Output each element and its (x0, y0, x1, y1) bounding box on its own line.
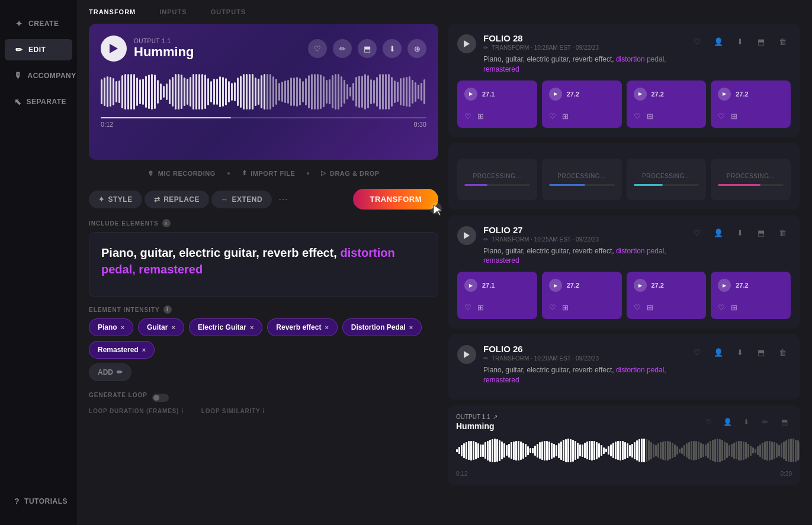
more-button[interactable]: ⊕ (407, 39, 426, 58)
tag-remove-guitar[interactable]: × (171, 324, 175, 331)
edit-button[interactable]: ✏ (333, 39, 352, 58)
output-favorite-1[interactable]: ♡ (549, 112, 556, 121)
folio-favorite-folio-26[interactable]: ♡ (689, 344, 705, 360)
tag-guitar[interactable]: Guitar× (138, 318, 184, 336)
download-button[interactable]: ⬇ (383, 39, 402, 58)
import-file-option[interactable]: ⬆ IMPORT FILE (242, 169, 296, 177)
play-icon (110, 44, 118, 53)
mini-play-sm-3[interactable]: ▶ (718, 279, 731, 292)
folio-download-folio-26[interactable]: ⬇ (731, 344, 748, 360)
folio-info: FOLIO 27 ✏ TRANSFORM · 10:25AM EST · 09/… (483, 225, 682, 266)
folio-person-folio-27[interactable]: 👤 (710, 225, 727, 241)
share-button[interactable]: ⬒ (358, 39, 377, 58)
sidebar-item-accompany[interactable]: 🎙 ACCOMPANY (5, 65, 72, 86)
mini-play-sm-2[interactable]: ▶ (634, 279, 647, 292)
folio-copy-folio-26[interactable]: ⬒ (753, 344, 769, 360)
tag-reverb-effect[interactable]: Reverb effect× (267, 318, 337, 336)
tag-label: Reverb effect (276, 323, 321, 331)
mini-play-sm-0[interactable]: ▶ (464, 88, 477, 101)
output-grid-2[interactable]: ⊞ (647, 303, 653, 312)
folio-info: FOLIO 28 ✏ TRANSFORM · 10:28AM EST · 09/… (483, 33, 682, 75)
processing-label: PROCESSING... (718, 173, 784, 179)
processing-item-1: PROCESSING... (542, 159, 622, 200)
tab-extend[interactable]: ↔ EXTEND (211, 191, 272, 208)
sidebar-item-create[interactable]: ✦ CREATE (5, 13, 72, 34)
output-favorite-0[interactable]: ♡ (464, 303, 471, 312)
output-grid-0[interactable]: ⊞ (477, 112, 484, 121)
sidebar-item-separate[interactable]: ⬉ SEPARATE (5, 91, 72, 112)
output-grid-2[interactable]: ⊞ (647, 112, 653, 121)
prompt-textarea[interactable]: Piano, guitar, electric guitar, reverb e… (89, 232, 438, 297)
np-time-current: 0:12 (456, 471, 467, 477)
np-edit[interactable]: ✏ (758, 414, 773, 430)
output-favorite-3[interactable]: ♡ (718, 303, 725, 312)
transform-button[interactable]: TRANSFORM (353, 189, 438, 210)
output-version: 27.1 (482, 282, 495, 289)
sidebar-item-edit[interactable]: ✏ EDIT (5, 39, 72, 60)
output-grid-1[interactable]: ⊞ (562, 112, 569, 121)
mini-play-sm-0[interactable]: ▶ (464, 279, 477, 292)
loop-similarity-label: LOOP SIMILARITY i (201, 408, 265, 414)
tag-electric-guitar[interactable]: Electric Guitar× (189, 318, 262, 336)
folio-download-folio-27[interactable]: ⬇ (731, 225, 748, 241)
processing-item-0: PROCESSING... (457, 159, 537, 200)
tab-replace[interactable]: ⇄ REPLACE (145, 191, 209, 208)
output-favorite-0[interactable]: ♡ (464, 112, 471, 121)
tag-remove-reverb-effect[interactable]: × (325, 324, 328, 331)
tab-style[interactable]: ✦ STYLE (89, 191, 142, 208)
output-card-header: ▶ 27.2 (718, 279, 784, 292)
favorite-button[interactable]: ♡ (308, 39, 327, 58)
np-person[interactable]: 👤 (720, 414, 735, 430)
mini-play-sm-1[interactable]: ▶ (549, 88, 562, 101)
output-grid-1[interactable]: ⊞ (562, 303, 569, 312)
tag-remastered[interactable]: Remastered× (89, 341, 155, 359)
mini-play-sm-2[interactable]: ▶ (634, 88, 647, 101)
tag-distortion-pedal[interactable]: Distortion Pedal× (342, 318, 422, 336)
mini-play-sm-3[interactable]: ▶ (718, 88, 731, 101)
tag-remove-distortion-pedal[interactable]: × (409, 324, 413, 331)
folio-delete-folio-28[interactable]: 🗑 (774, 33, 791, 50)
folio-copy-folio-27[interactable]: ⬒ (753, 225, 769, 241)
folio-delete-folio-27[interactable]: 🗑 (774, 225, 791, 241)
more-tabs-button[interactable]: ⋯ (274, 191, 292, 208)
tab-outputs[interactable]: OUTPUTS (211, 8, 246, 15)
folio-delete-folio-26[interactable]: 🗑 (774, 344, 791, 360)
mini-play-button-folio-27[interactable] (457, 226, 476, 245)
folio-download-folio-28[interactable]: ⬇ (731, 33, 748, 50)
tag-remove-electric-guitar[interactable]: × (250, 324, 253, 331)
folio-person-folio-28[interactable]: 👤 (710, 33, 727, 50)
progress-bar[interactable] (101, 117, 426, 118)
processing-card-group: PROCESSING... PROCESSING... PROCESSING..… (448, 143, 800, 210)
play-button[interactable] (101, 36, 127, 62)
np-share[interactable]: ⬒ (776, 414, 792, 430)
np-download[interactable]: ⬇ (739, 414, 754, 430)
drag-drop-option[interactable]: ▷ DRAG & DROP (321, 169, 379, 177)
output-favorite-2[interactable]: ♡ (634, 112, 641, 121)
output-grid-3[interactable]: ⊞ (731, 112, 737, 121)
output-grid-3[interactable]: ⊞ (731, 303, 737, 312)
tag-remove-remastered[interactable]: × (142, 346, 146, 353)
mic-recording-option[interactable]: 🎙 MIC RECORDING (147, 170, 215, 177)
mini-waveform[interactable] (456, 434, 792, 467)
mini-play-button-folio-26[interactable] (457, 345, 476, 364)
folio-person-folio-26[interactable]: 👤 (710, 344, 727, 360)
folio-favorite-folio-27[interactable]: ♡ (689, 225, 705, 241)
tab-inputs[interactable]: INPUTS (159, 8, 187, 15)
generate-loop-toggle[interactable] (152, 394, 169, 402)
mini-play-button-folio-28[interactable] (457, 34, 476, 53)
output-favorite-3[interactable]: ♡ (718, 112, 725, 121)
add-tag-button[interactable]: ADD ✏ (89, 363, 131, 381)
sidebar-item-tutorials[interactable]: ? TUTORIALS (5, 491, 72, 512)
processing-fill (634, 184, 663, 186)
folio-copy-folio-28[interactable]: ⬒ (753, 33, 769, 50)
tag-remove-piano[interactable]: × (121, 324, 124, 331)
mini-play-sm-1[interactable]: ▶ (549, 279, 562, 292)
waveform[interactable] (101, 71, 426, 112)
output-favorite-2[interactable]: ♡ (634, 303, 641, 312)
tag-piano[interactable]: Piano× (89, 318, 133, 336)
right-panel[interactable]: FOLIO 28 ✏ TRANSFORM · 10:28AM EST · 09/… (438, 24, 800, 519)
np-favorite[interactable]: ♡ (701, 414, 716, 430)
folio-favorite-folio-28[interactable]: ♡ (689, 33, 705, 50)
output-favorite-1[interactable]: ♡ (549, 303, 556, 312)
output-grid-0[interactable]: ⊞ (477, 303, 484, 312)
